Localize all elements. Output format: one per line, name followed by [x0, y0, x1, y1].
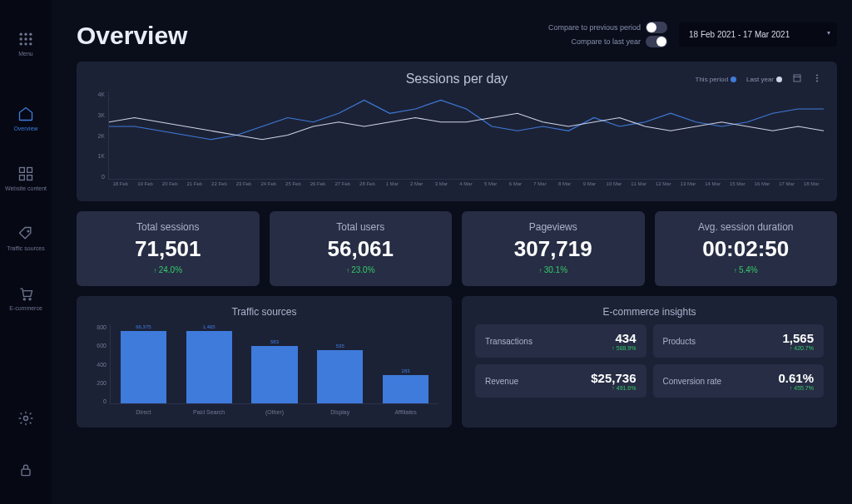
bar-value: 535: [336, 343, 344, 348]
x-tick: 24 Feb: [256, 181, 281, 191]
svg-point-20: [816, 77, 818, 79]
ecom-trend: 588.9%: [612, 345, 636, 351]
kpi-label: Avg. session duration: [665, 221, 828, 233]
y-tick: 0: [90, 174, 105, 180]
sessions-legend: This period Last year: [696, 73, 822, 85]
x-tick: 19 Feb: [133, 181, 158, 191]
lock-icon: [17, 462, 34, 478]
svg-point-19: [816, 75, 818, 77]
chart-more-icon[interactable]: [812, 73, 822, 85]
ecom-title: E-commerce insights: [475, 306, 824, 318]
x-tick: 14 Mar: [701, 181, 726, 191]
sidebar-item-label: Website content: [5, 185, 47, 192]
gear-icon: [17, 410, 34, 427]
sidebar-item-ecommerce[interactable]: E-commerce: [0, 273, 52, 324]
x-tick: 1 Mar: [379, 181, 404, 191]
bottom-row: Traffic sources 8006004002000 66,375Dire…: [77, 296, 837, 427]
page-title: Overview: [77, 22, 187, 50]
ecom-label: Products: [663, 337, 778, 346]
x-tick: 10 Mar: [602, 181, 627, 191]
y-tick: 400: [90, 362, 106, 368]
x-tick: 2 Mar: [404, 181, 429, 191]
bar: [383, 375, 428, 403]
x-tick: 6 Mar: [503, 181, 528, 191]
traffic-title: Traffic sources: [90, 306, 438, 318]
x-tick: 27 Feb: [330, 181, 355, 191]
account-button[interactable]: [0, 444, 52, 496]
x-tick: 4 Mar: [453, 181, 478, 191]
bar: [121, 331, 166, 403]
ecom-item: Revenue$25,736491.6%: [475, 364, 646, 398]
main: Overview Compare to previous period Comp…: [52, 0, 852, 504]
x-tick: 13 Mar: [676, 181, 701, 191]
svg-point-8: [29, 42, 32, 45]
kpi-value: 307,719: [472, 236, 635, 262]
bar-value: 583: [270, 339, 279, 344]
kpi-card: Avg. session duration00:02:505.4%: [655, 211, 838, 286]
x-tick: 22 Feb: [207, 181, 232, 191]
ecom-label: Revenue: [485, 377, 586, 386]
bar: [251, 346, 297, 403]
x-tick: 28 Feb: [355, 181, 380, 191]
y-tick: 0: [90, 398, 106, 404]
legend-last-label: Last year: [746, 76, 774, 83]
ecom-value: $25,736: [591, 371, 636, 385]
sidebar-item-website-content[interactable]: Website content: [0, 153, 52, 205]
date-range-picker[interactable]: 18 Feb 2021 - 17 Mar 2021: [679, 22, 837, 47]
x-tick: 26 Feb: [305, 181, 330, 191]
x-tick: 17 Mar: [775, 181, 800, 191]
chart-settings-icon[interactable]: [792, 73, 802, 85]
kpi-value: 00:02:50: [665, 236, 828, 262]
settings-button[interactable]: [0, 393, 52, 444]
bar-col: 1,465Paid Search: [176, 324, 242, 403]
y-tick: 4K: [90, 91, 105, 97]
ecom-value: 0.61%: [778, 371, 814, 385]
legend-this-dot: [731, 77, 736, 82]
x-tick: 25 Feb: [281, 181, 306, 191]
compare-lastyear-toggle[interactable]: [646, 36, 667, 47]
kpi-card: Total users56,06123.0%: [270, 211, 453, 286]
y-tick: 600: [90, 343, 106, 348]
sidebar-item-label: Traffic sources: [7, 245, 45, 252]
ecom-item: Products1,565420.7%: [653, 324, 825, 358]
svg-point-6: [20, 42, 22, 45]
svg-point-7: [24, 42, 27, 45]
y-tick: 800: [90, 324, 106, 330]
kpi-card: Pageviews307,71930.1%: [462, 211, 645, 286]
grid-icon: [17, 31, 34, 47]
kpi-card: Total sessions71,50124.0%: [77, 211, 260, 286]
x-tick: 9 Mar: [577, 181, 602, 191]
ecom-item: Conversion rate0.61%455.7%: [653, 364, 825, 398]
traffic-chart: 8006004002000 66,375Direct1,465Paid Sear…: [90, 324, 438, 416]
bar-col: 583(Other): [242, 324, 308, 403]
compare-lastyear-label: Compare to last year: [571, 37, 641, 46]
bar-value: 1,465: [203, 324, 215, 329]
bar-col: 535Display: [307, 324, 373, 403]
ecom-item: Transactions434588.9%: [475, 324, 646, 358]
y-tick: 1K: [90, 153, 105, 159]
y-tick: 3K: [90, 112, 105, 118]
bar-category: Paid Search: [193, 409, 225, 415]
svg-rect-18: [794, 75, 800, 82]
kpi-trend: 5.4%: [665, 265, 828, 274]
cart-icon: [17, 285, 34, 302]
compare-prev-toggle[interactable]: [646, 22, 667, 33]
menu-label: Menu: [18, 51, 33, 57]
ecom-value: 434: [612, 331, 636, 345]
tag-icon: [17, 225, 34, 242]
bar-category: Affiliates: [394, 409, 416, 415]
svg-point-1: [24, 33, 27, 36]
kpi-trend: 23.0%: [280, 265, 443, 274]
kpi-label: Pageviews: [472, 221, 635, 233]
menu-button[interactable]: Menu: [0, 18, 52, 70]
sidebar-item-overview[interactable]: Overview: [0, 93, 52, 145]
traffic-sources-card: Traffic sources 8006004002000 66,375Dire…: [77, 296, 452, 427]
svg-point-0: [20, 33, 22, 36]
x-tick: 12 Mar: [651, 181, 676, 191]
sessions-chart: 4K3K2K1K0 18 Feb19 Feb20 Feb21 Feb22 Feb…: [90, 91, 824, 190]
sidebar-item-traffic-sources[interactable]: Traffic sources: [0, 213, 52, 264]
bar-category: Display: [330, 409, 349, 415]
sidebar: Menu Overview Website content Traffic so…: [0, 0, 52, 504]
ecom-trend: 491.6%: [591, 385, 636, 391]
x-tick: 7 Mar: [528, 181, 552, 191]
